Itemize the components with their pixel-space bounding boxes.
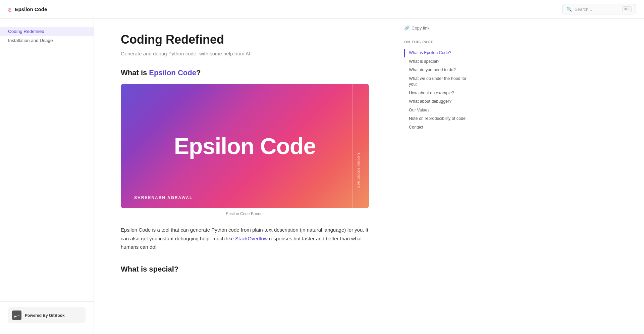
toc-item-what-is-epsilon-code[interactable]: What is Epsilon Code? bbox=[404, 49, 468, 57]
section-heading-pre: What is bbox=[121, 68, 149, 77]
toc-item-note-reproducibility[interactable]: Note on reproducibility of code bbox=[404, 114, 468, 123]
sidebar-item-coding-redefined[interactable]: Coding Redefined bbox=[0, 27, 94, 36]
logo-icon: ε bbox=[8, 5, 11, 14]
powered-by-text: Powered By GitBook bbox=[25, 313, 65, 318]
search-shortcut: ⌘K bbox=[622, 6, 632, 12]
toc-item-what-do-you-need[interactable]: What do you need to do? bbox=[404, 66, 468, 75]
banner-image: Epsilon Code SHREENABH AGRAWAL Coding Re… bbox=[121, 84, 369, 208]
on-this-page-label: ON THIS PAGE bbox=[404, 40, 468, 44]
sidebar-item-installation-usage[interactable]: Installation and Usage bbox=[0, 36, 94, 45]
sidebar-navigation: Coding Redefined Installation and Usage bbox=[0, 24, 94, 48]
page-layout: Coding Redefined Installation and Usage … bbox=[0, 19, 644, 334]
section-what-is-heading: What is Epsilon Code? bbox=[121, 68, 369, 77]
nav-title: Epsilon Code bbox=[15, 6, 47, 12]
toc-item-what-we-do[interactable]: What we do under the hood for you: bbox=[404, 75, 468, 89]
sidebar: Coding Redefined Installation and Usage … bbox=[0, 19, 94, 334]
powered-by-gitbook[interactable]: Powered By GitBook bbox=[8, 307, 86, 323]
powered-by-label: Powered By GitBook bbox=[25, 313, 65, 318]
toc-item-what-is-special[interactable]: What is special? bbox=[404, 57, 468, 66]
page-subtitle: Generate and debug Python code- with som… bbox=[121, 51, 369, 56]
toc-item-how-about-example[interactable]: How about an example? bbox=[404, 89, 468, 98]
banner-gradient: Epsilon Code SHREENABH AGRAWAL Coding Re… bbox=[121, 84, 369, 208]
banner-author: SHREENABH AGRAWAL bbox=[134, 195, 193, 200]
sidebar-footer: Powered By GitBook bbox=[0, 301, 94, 329]
banner-side-text: Coding Redefined bbox=[357, 153, 361, 188]
search-bar[interactable]: 🔍 Search... ⌘K bbox=[562, 4, 636, 14]
section-what-is-special-heading: What is special? bbox=[121, 265, 369, 274]
epsilon-code-link[interactable]: Epsilon Code bbox=[149, 68, 196, 77]
right-panel-toc: 🔗 Copy link ON THIS PAGE What is Epsilon… bbox=[396, 19, 476, 334]
copy-link-button[interactable]: 🔗 Copy link bbox=[404, 26, 468, 31]
section-heading-post: ? bbox=[196, 68, 201, 77]
toc-item-our-values[interactable]: Our Values bbox=[404, 106, 468, 115]
banner-divider-line bbox=[353, 84, 353, 208]
link-icon: 🔗 bbox=[404, 26, 410, 31]
page-title: Coding Redefined bbox=[121, 32, 369, 47]
banner-caption: Epsilon Code Banner bbox=[121, 211, 369, 216]
top-navigation: ε Epsilon Code 🔍 Search... ⌘K bbox=[0, 0, 644, 19]
toc-item-contact[interactable]: Contact bbox=[404, 123, 468, 132]
main-content: Coding Redefined Generate and debug Pyth… bbox=[94, 19, 396, 334]
gitbook-icon bbox=[12, 311, 21, 320]
copy-link-label: Copy link bbox=[412, 26, 429, 31]
stackoverflow-link[interactable]: StackOverflow bbox=[235, 236, 268, 241]
description-paragraph: Epsilon Code is a tool that can generate… bbox=[121, 226, 369, 251]
search-icon: 🔍 bbox=[567, 7, 572, 12]
nav-brand: ε Epsilon Code bbox=[8, 5, 47, 14]
toc-item-what-about-debugger[interactable]: What about debugger? bbox=[404, 97, 468, 106]
banner-title-text: Epsilon Code bbox=[174, 133, 316, 159]
toc-navigation: What is Epsilon Code? What is special? W… bbox=[404, 49, 468, 132]
search-input-placeholder: Search... bbox=[575, 7, 620, 12]
